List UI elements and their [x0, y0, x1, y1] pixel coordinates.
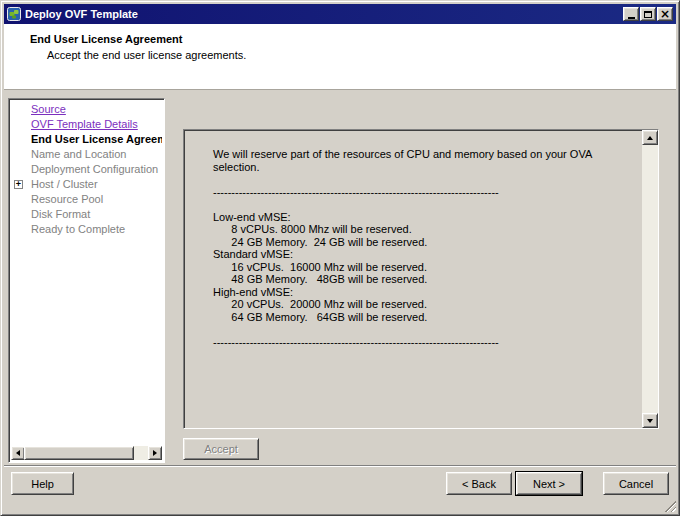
wizard-steps-sidebar: Source OVF Template Details End User Lic… [8, 98, 165, 463]
scroll-left-icon [16, 450, 20, 456]
license-agreement-panel: We will reserve part of the resources of… [183, 129, 659, 429]
maximize-button[interactable] [640, 7, 656, 21]
sidebar-item-deployment-configuration: Deployment Configuration [11, 162, 162, 177]
scrollbar-thumb[interactable] [24, 446, 134, 460]
window-controls: × [623, 7, 673, 21]
back-button[interactable]: < Back [446, 472, 512, 495]
sidebar-item-disk-format: Disk Format [11, 207, 162, 222]
scroll-right-icon [153, 450, 157, 456]
sidebar-item-label: Host / Cluster [31, 178, 98, 190]
footer-divider [4, 465, 676, 467]
step-title: End User License Agreement [30, 33, 182, 45]
wizard-step-header: End User License Agreement Accept the en… [4, 24, 676, 90]
sidebar-item-host-cluster: + Host / Cluster [11, 177, 162, 192]
help-button[interactable]: Help [11, 472, 74, 495]
sidebar-item-ready-to-complete: Ready to Complete [11, 222, 162, 237]
close-icon: × [660, 9, 670, 19]
scroll-down-icon [647, 419, 653, 423]
scroll-left-button[interactable] [11, 446, 25, 460]
resize-grip-icon[interactable] [663, 499, 676, 512]
close-button[interactable]: × [657, 7, 673, 21]
license-text: We will reserve part of the resources of… [213, 148, 632, 348]
accept-button[interactable]: Accept [183, 438, 259, 460]
titlebar[interactable]: Deploy OVF Template × [4, 4, 676, 24]
vsphere-app-icon [7, 7, 21, 21]
sidebar-item-source[interactable]: Source [11, 102, 162, 117]
scroll-down-button[interactable] [642, 413, 658, 428]
scroll-right-button[interactable] [148, 446, 162, 460]
step-subtitle: Accept the end user license agreements. [47, 49, 246, 61]
sidebar-item-ovf-template-details[interactable]: OVF Template Details [11, 117, 162, 132]
plus-expander-icon[interactable]: + [14, 180, 23, 189]
deploy-ovf-template-window: Deploy OVF Template × End User License A… [0, 0, 680, 516]
sidebar-item-end-user-license-agreement: End User License Agreement [11, 132, 162, 147]
scroll-up-icon [647, 136, 653, 140]
next-button[interactable]: Next > [516, 472, 582, 495]
sidebar-item-name-and-location: Name and Location [11, 147, 162, 162]
maximize-icon [644, 11, 652, 18]
minimize-button[interactable] [623, 7, 639, 21]
sidebar-horizontal-scrollbar[interactable] [11, 446, 162, 460]
wizard-steps-list: Source OVF Template Details End User Lic… [11, 102, 162, 237]
window-title: Deploy OVF Template [25, 8, 138, 20]
sidebar-item-resource-pool: Resource Pool [11, 192, 162, 207]
scroll-up-button[interactable] [642, 130, 658, 145]
cancel-button[interactable]: Cancel [603, 472, 669, 495]
minimize-icon [628, 17, 635, 19]
license-vertical-scrollbar[interactable] [642, 130, 658, 428]
